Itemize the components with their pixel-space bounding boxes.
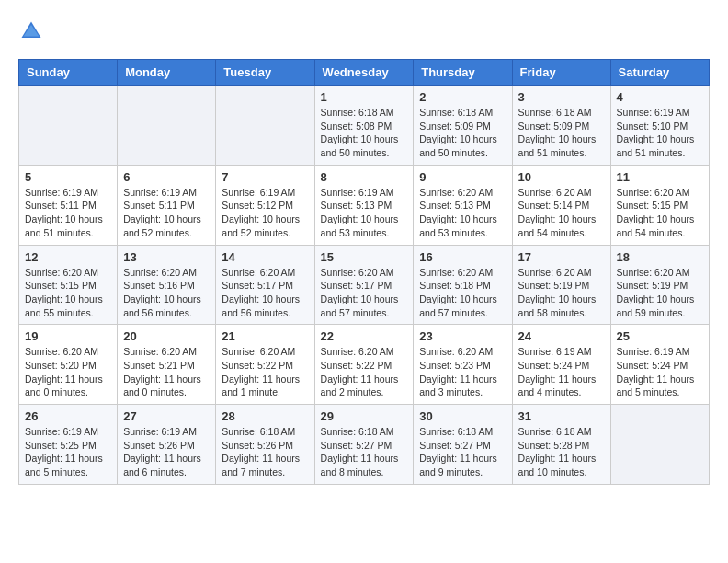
day-number: 14 — [222, 250, 308, 264]
day-number: 17 — [518, 250, 605, 264]
day-info: Sunrise: 6:20 AMSunset: 5:13 PMDaylight:… — [419, 186, 506, 240]
calendar-cell: 19Sunrise: 6:20 AMSunset: 5:20 PMDayligh… — [19, 325, 118, 405]
calendar-cell: 27Sunrise: 6:19 AMSunset: 5:26 PMDayligh… — [118, 405, 216, 485]
day-number: 5 — [25, 170, 111, 184]
day-number: 8 — [321, 170, 408, 184]
day-number: 2 — [419, 90, 506, 104]
logo — [18, 18, 48, 44]
day-of-week-header: Thursday — [414, 60, 512, 86]
calendar-cell: 31Sunrise: 6:18 AMSunset: 5:28 PMDayligh… — [512, 405, 610, 485]
calendar-cell: 13Sunrise: 6:20 AMSunset: 5:16 PMDayligh… — [118, 245, 216, 325]
day-number: 1 — [321, 90, 408, 104]
calendar-cell: 2Sunrise: 6:18 AMSunset: 5:09 PMDaylight… — [414, 86, 512, 166]
calendar-cell: 8Sunrise: 6:19 AMSunset: 5:13 PMDaylight… — [314, 165, 414, 245]
calendar-cell: 24Sunrise: 6:19 AMSunset: 5:24 PMDayligh… — [512, 325, 610, 405]
calendar-week-row: 12Sunrise: 6:20 AMSunset: 5:15 PMDayligh… — [19, 245, 710, 325]
header — [18, 18, 710, 44]
day-of-week-header: Friday — [512, 60, 610, 86]
calendar-cell: 10Sunrise: 6:20 AMSunset: 5:14 PMDayligh… — [512, 165, 610, 245]
day-info: Sunrise: 6:20 AMSunset: 5:22 PMDaylight:… — [222, 345, 308, 399]
day-info: Sunrise: 6:19 AMSunset: 5:10 PMDaylight:… — [617, 106, 703, 160]
calendar-cell: 6Sunrise: 6:19 AMSunset: 5:11 PMDaylight… — [118, 165, 216, 245]
day-info: Sunrise: 6:20 AMSunset: 5:20 PMDaylight:… — [25, 345, 111, 399]
calendar-cell: 12Sunrise: 6:20 AMSunset: 5:15 PMDayligh… — [19, 245, 118, 325]
calendar-cell: 9Sunrise: 6:20 AMSunset: 5:13 PMDaylight… — [414, 165, 512, 245]
day-number: 7 — [222, 170, 308, 184]
day-info: Sunrise: 6:18 AMSunset: 5:09 PMDaylight:… — [419, 106, 506, 160]
day-info: Sunrise: 6:19 AMSunset: 5:11 PMDaylight:… — [123, 186, 210, 240]
day-info: Sunrise: 6:20 AMSunset: 5:15 PMDaylight:… — [25, 266, 111, 320]
calendar-cell: 5Sunrise: 6:19 AMSunset: 5:11 PMDaylight… — [19, 165, 118, 245]
day-info: Sunrise: 6:18 AMSunset: 5:09 PMDaylight:… — [518, 106, 605, 160]
calendar-cell: 29Sunrise: 6:18 AMSunset: 5:27 PMDayligh… — [314, 405, 414, 485]
calendar-cell — [610, 405, 709, 485]
day-of-week-header: Monday — [118, 60, 216, 86]
day-of-week-header: Sunday — [19, 60, 118, 86]
day-number: 12 — [25, 250, 111, 264]
calendar-cell: 28Sunrise: 6:18 AMSunset: 5:26 PMDayligh… — [216, 405, 314, 485]
calendar-cell: 20Sunrise: 6:20 AMSunset: 5:21 PMDayligh… — [118, 325, 216, 405]
day-info: Sunrise: 6:20 AMSunset: 5:19 PMDaylight:… — [617, 266, 703, 320]
day-number: 21 — [222, 329, 308, 343]
day-number: 19 — [25, 329, 111, 343]
day-info: Sunrise: 6:18 AMSunset: 5:27 PMDaylight:… — [321, 425, 408, 479]
calendar-cell: 17Sunrise: 6:20 AMSunset: 5:19 PMDayligh… — [512, 245, 610, 325]
day-number: 22 — [321, 329, 408, 343]
day-info: Sunrise: 6:19 AMSunset: 5:13 PMDaylight:… — [321, 186, 408, 240]
day-of-week-header: Tuesday — [216, 60, 314, 86]
day-info: Sunrise: 6:20 AMSunset: 5:18 PMDaylight:… — [419, 266, 506, 320]
day-number: 31 — [518, 409, 605, 423]
day-info: Sunrise: 6:19 AMSunset: 5:25 PMDaylight:… — [25, 425, 111, 479]
day-number: 28 — [222, 409, 308, 423]
day-number: 30 — [419, 409, 506, 423]
day-of-week-header: Saturday — [610, 60, 709, 86]
day-number: 11 — [617, 170, 703, 184]
day-of-week-header: Wednesday — [314, 60, 414, 86]
day-info: Sunrise: 6:19 AMSunset: 5:11 PMDaylight:… — [25, 186, 111, 240]
calendar-cell: 21Sunrise: 6:20 AMSunset: 5:22 PMDayligh… — [216, 325, 314, 405]
day-info: Sunrise: 6:20 AMSunset: 5:21 PMDaylight:… — [123, 345, 210, 399]
calendar-cell: 1Sunrise: 6:18 AMSunset: 5:08 PMDaylight… — [314, 86, 414, 166]
calendar-cell: 25Sunrise: 6:19 AMSunset: 5:24 PMDayligh… — [610, 325, 709, 405]
day-number: 25 — [617, 329, 703, 343]
calendar-week-row: 5Sunrise: 6:19 AMSunset: 5:11 PMDaylight… — [19, 165, 710, 245]
calendar-cell: 16Sunrise: 6:20 AMSunset: 5:18 PMDayligh… — [414, 245, 512, 325]
day-info: Sunrise: 6:20 AMSunset: 5:17 PMDaylight:… — [321, 266, 408, 320]
day-info: Sunrise: 6:20 AMSunset: 5:19 PMDaylight:… — [518, 266, 605, 320]
day-info: Sunrise: 6:20 AMSunset: 5:23 PMDaylight:… — [419, 345, 506, 399]
day-info: Sunrise: 6:20 AMSunset: 5:15 PMDaylight:… — [617, 186, 703, 240]
day-info: Sunrise: 6:19 AMSunset: 5:24 PMDaylight:… — [518, 345, 605, 399]
day-info: Sunrise: 6:19 AMSunset: 5:26 PMDaylight:… — [123, 425, 210, 479]
calendar-week-row: 26Sunrise: 6:19 AMSunset: 5:25 PMDayligh… — [19, 405, 710, 485]
day-number: 9 — [419, 170, 506, 184]
day-info: Sunrise: 6:18 AMSunset: 5:26 PMDaylight:… — [222, 425, 308, 479]
calendar-cell: 14Sunrise: 6:20 AMSunset: 5:17 PMDayligh… — [216, 245, 314, 325]
calendar-cell: 26Sunrise: 6:19 AMSunset: 5:25 PMDayligh… — [19, 405, 118, 485]
day-info: Sunrise: 6:20 AMSunset: 5:16 PMDaylight:… — [123, 266, 210, 320]
day-info: Sunrise: 6:19 AMSunset: 5:12 PMDaylight:… — [222, 186, 308, 240]
calendar-table: SundayMondayTuesdayWednesdayThursdayFrid… — [18, 59, 710, 485]
day-number: 13 — [123, 250, 210, 264]
day-number: 20 — [123, 329, 210, 343]
calendar-week-row: 19Sunrise: 6:20 AMSunset: 5:20 PMDayligh… — [19, 325, 710, 405]
calendar-cell: 3Sunrise: 6:18 AMSunset: 5:09 PMDaylight… — [512, 86, 610, 166]
calendar-cell: 7Sunrise: 6:19 AMSunset: 5:12 PMDaylight… — [216, 165, 314, 245]
day-number: 3 — [518, 90, 605, 104]
day-info: Sunrise: 6:18 AMSunset: 5:28 PMDaylight:… — [518, 425, 605, 479]
day-number: 27 — [123, 409, 210, 423]
calendar-cell: 30Sunrise: 6:18 AMSunset: 5:27 PMDayligh… — [414, 405, 512, 485]
day-number: 29 — [321, 409, 408, 423]
calendar-cell: 15Sunrise: 6:20 AMSunset: 5:17 PMDayligh… — [314, 245, 414, 325]
calendar-cell: 4Sunrise: 6:19 AMSunset: 5:10 PMDaylight… — [610, 86, 709, 166]
calendar-cell — [216, 86, 314, 166]
day-info: Sunrise: 6:18 AMSunset: 5:27 PMDaylight:… — [419, 425, 506, 479]
day-number: 6 — [123, 170, 210, 184]
calendar-cell: 22Sunrise: 6:20 AMSunset: 5:22 PMDayligh… — [314, 325, 414, 405]
day-number: 15 — [321, 250, 408, 264]
day-info: Sunrise: 6:20 AMSunset: 5:14 PMDaylight:… — [518, 186, 605, 240]
calendar-cell: 18Sunrise: 6:20 AMSunset: 5:19 PMDayligh… — [610, 245, 709, 325]
day-number: 10 — [518, 170, 605, 184]
day-number: 4 — [617, 90, 703, 104]
logo-icon — [18, 18, 44, 44]
day-number: 18 — [617, 250, 703, 264]
